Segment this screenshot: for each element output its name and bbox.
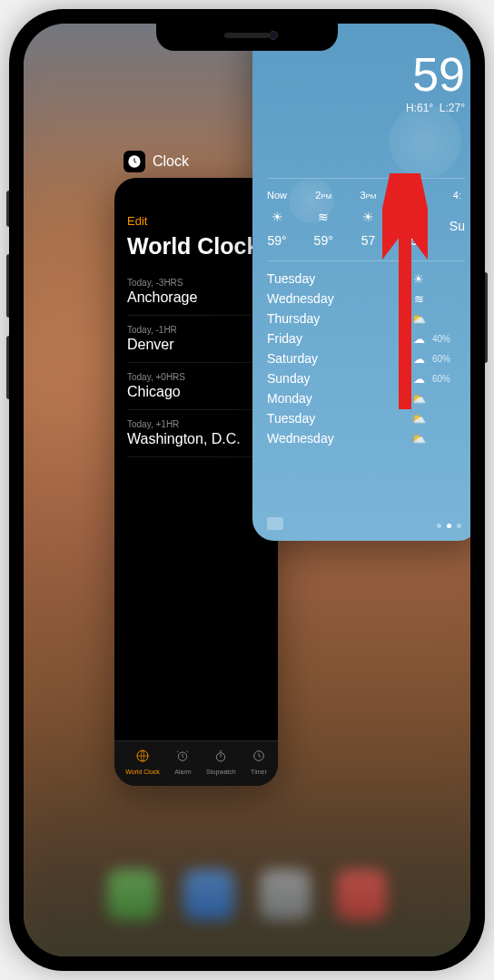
tab-label: World Clock (125, 769, 160, 775)
edit-button[interactable]: Edit (127, 214, 265, 228)
clock-app-icon (124, 151, 145, 172)
hourly-item: 3PM ☀ 57 (360, 190, 376, 248)
daily-item: Wednesday ≋ (267, 289, 465, 309)
hourly-temp: 59° (267, 233, 286, 248)
time-offset: Today, -3HRS (127, 278, 197, 288)
hourly-temp: Su (450, 219, 465, 233)
city-name: Anchorage (127, 289, 197, 306)
lens-flare (389, 105, 461, 178)
daily-item: Saturday ☁ 60% (267, 348, 465, 368)
daily-item: Monday ⛅ (267, 388, 465, 408)
world-clock-item[interactable]: Today, +0HRS Chicago (127, 363, 265, 410)
day-name: Wednesday (267, 431, 405, 446)
weather-icon: ☀ (362, 210, 374, 224)
daily-forecast[interactable]: Tuesday ☀ Wednesday ≋ Thursday ⛅ Friday … (267, 260, 465, 448)
app-switcher-card-header: Clock (124, 151, 189, 172)
daily-item: Thursday ⛅ (267, 309, 465, 328)
tab-timer[interactable]: Timer (251, 749, 267, 775)
silent-switch (6, 191, 9, 227)
page-dot (457, 524, 461, 528)
app-switcher-card-title: Clock (153, 153, 189, 170)
weather-app: 59 H:61° L:27° Now ☀ 59°2PM ≋ 59°3PM ☀ 5… (252, 24, 470, 541)
volume-down-button (6, 336, 9, 399)
precipitation-chance: 60% (432, 374, 465, 384)
daily-item: Wednesday ⛅ (267, 428, 465, 448)
tab-world-clock[interactable]: World Clock (125, 749, 160, 775)
volume-up-button (6, 254, 9, 318)
stopwatch-icon (213, 749, 228, 767)
high-temp: H:61° (406, 102, 433, 114)
speaker (224, 33, 270, 38)
daily-item: Tuesday ⛅ (267, 408, 465, 428)
tab-alarm[interactable]: Alarm (174, 749, 191, 775)
current-temperature: 59 (267, 51, 465, 98)
hi-lo-temps: H:61° L:27° (267, 102, 465, 114)
timer-icon (252, 749, 266, 767)
daily-item: Friday ☁ 40% (267, 328, 465, 348)
hourly-time: 3PM (360, 190, 376, 201)
page-dot-current (447, 524, 451, 528)
world-clock-item[interactable]: Today, -3HRS Anchorage 1 (127, 269, 265, 316)
hourly-temp: 59° (314, 233, 333, 248)
weather-icon: ☀ (272, 210, 283, 224)
notch (156, 24, 338, 51)
screen: Clock Edit World Clock Today, -3HRS Anch… (24, 24, 470, 956)
hourly-item: 4: Su (450, 190, 465, 248)
hourly-item: Now ☀ 59° (267, 190, 287, 248)
app-card-weather[interactable]: 59 H:61° L:27° Now ☀ 59°2PM ≋ 59°3PM ☀ 5… (252, 24, 470, 541)
tab-stopwatch[interactable]: Stopwatch (206, 749, 236, 775)
world-clock-item[interactable]: Today, -1HR Denver 1 (127, 316, 265, 363)
hourly-time: Now (267, 190, 287, 201)
daily-item: Tuesday ☀ (267, 269, 465, 289)
page-dot (437, 524, 441, 528)
world-clock-icon (135, 749, 150, 767)
tab-label: Alarm (174, 769, 191, 775)
hourly-temp: 57 (361, 233, 376, 248)
weather-icon: ⛅ (405, 432, 432, 446)
hourly-time: 4: (453, 190, 461, 201)
tab-label: Timer (251, 769, 267, 775)
precipitation-chance: 60% (432, 354, 465, 364)
tab-bar: World ClockAlarmStopwatchTimer (114, 740, 278, 786)
side-button (485, 272, 488, 363)
app-switcher[interactable]: Clock Edit World Clock Today, -3HRS Anch… (24, 24, 470, 956)
weather-channel-logo (267, 517, 283, 530)
page-indicator[interactable] (437, 524, 461, 528)
daily-item: Sunday ☁ 60% (267, 368, 465, 388)
tab-label: Stopwatch (206, 769, 236, 775)
city-name: Chicago (127, 384, 185, 400)
lens-flare (289, 178, 334, 223)
low-temp: L:27° (440, 102, 465, 114)
alarm-icon (175, 749, 190, 767)
front-camera (269, 31, 278, 40)
city-name: Denver (127, 337, 177, 353)
time-offset: Today, +0HRS (127, 372, 185, 382)
world-clock-item[interactable]: Today, +1HR Washington, D.C. (127, 410, 265, 457)
precipitation-chance: 40% (432, 334, 465, 344)
instruction-arrow-icon (382, 173, 428, 418)
time-offset: Today, +1HR (127, 419, 241, 429)
page-title: World Clock (127, 233, 265, 260)
time-offset: Today, -1HR (127, 325, 177, 335)
city-name: Washington, D.C. (127, 431, 241, 447)
phone-frame: Clock Edit World Clock Today, -3HRS Anch… (9, 9, 485, 971)
